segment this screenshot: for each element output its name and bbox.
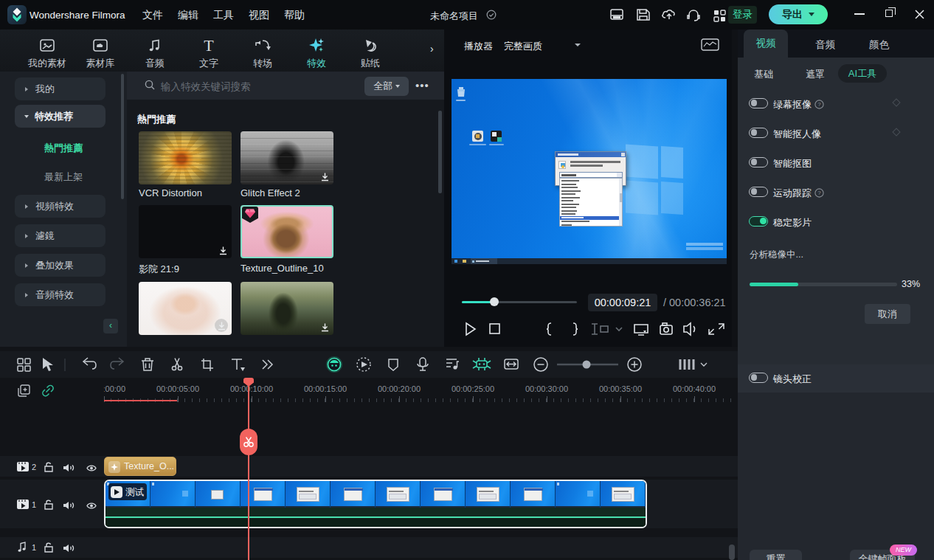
svg-text:1: 1 <box>32 543 36 552</box>
svg-text:?: ? <box>817 190 821 196</box>
svg-text:1: 1 <box>32 500 36 509</box>
svg-text:?: ? <box>817 101 821 108</box>
svg-text:2: 2 <box>32 463 36 471</box>
